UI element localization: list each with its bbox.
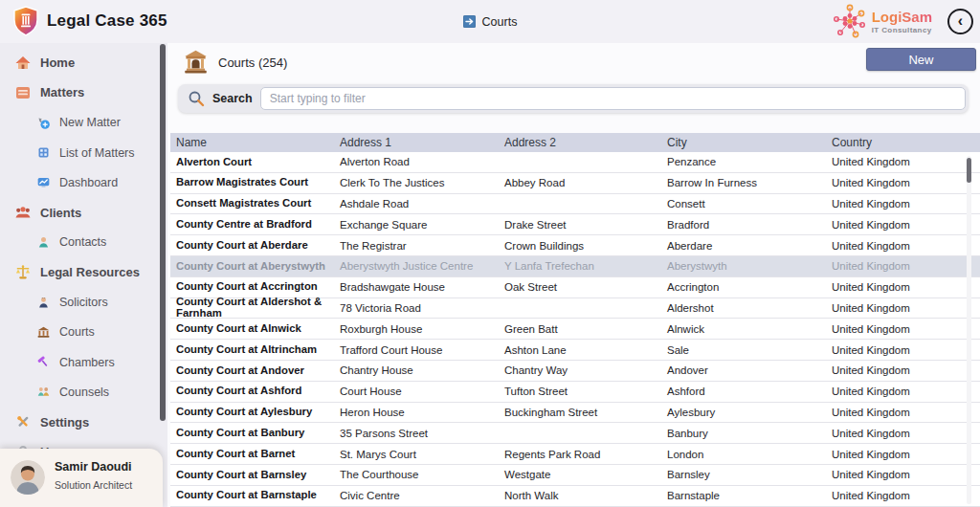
sidebar-item-label: Settings [40,415,89,430]
column-header[interactable]: Country [826,136,980,149]
cell: United Kingdom [826,177,980,188]
table-row[interactable]: County Centre at BradfordExchange Square… [170,214,980,235]
cell: Buckingham Street [499,407,661,418]
user-name: Samir Daoudi [55,460,132,474]
cell: Clerk To The Justices [334,177,499,188]
cell-name: County Court at Barnstaple [170,490,334,501]
table-row[interactable]: County Court at AltrinchamTrafford Court… [170,340,980,361]
sidebar: HomeMattersNew MatterList of MattersDash… [0,43,167,507]
cell-name: County Court at Alnwick [170,323,334,335]
sidebar-item-dashboard[interactable]: Dashboard [0,167,160,197]
sidebar-item-contacts[interactable]: Contacts [0,228,160,257]
table-scrollbar-thumb[interactable] [967,158,971,183]
cell: Civic Centre [334,490,499,501]
table-row[interactable]: County Court at AberdareThe RegistrarCro… [170,235,980,256]
table-row[interactable]: County Court at AshfordCourt HouseTufton… [170,382,980,403]
logisam-molecule-icon [832,3,868,39]
table-row[interactable]: County Court at AndoverChantry HouseChan… [170,361,980,382]
cell: Abbey Road [499,177,661,188]
sidebar-item-label: Dashboard [59,176,118,189]
cell: Barnstaple [661,490,826,501]
sidebar-item-home[interactable]: Home [0,48,160,77]
dashboard-icon [36,175,51,189]
cell: Ashton Lane [499,344,661,356]
cell-name: County Court at Altrincham [170,344,334,356]
table-row[interactable]: County Court at BarnsleyThe CourthouseWe… [170,465,980,486]
column-header[interactable]: Name [170,136,334,149]
cell: Court House [334,386,499,397]
cell: Aldershot [661,302,826,314]
table-row[interactable]: County Court at BarnetSt. Marys CourtReg… [170,444,980,465]
user-card[interactable]: Samir Daoudi Solution Architect [0,449,163,507]
main-content: Courts (254) New Search NameAddress 1Add… [167,43,980,507]
cell: United Kingdom [826,260,980,272]
new-button[interactable]: New [866,48,976,71]
brand-name: LogiSam [872,9,932,25]
cell: United Kingdom [826,490,980,501]
cell: Green Batt [499,323,661,335]
cell: Consett [661,198,826,209]
table-row[interactable]: County Court at Banbury35 Parsons Street… [170,423,980,444]
cell-name: County Court at Aldershot & Farnham [170,297,334,319]
sidebar-item-clients[interactable]: Clients [0,197,160,227]
sidebar-item-legal-resources[interactable]: Legal Resources [0,257,160,287]
sidebar-item-label: Clients [40,206,81,220]
table-row[interactable]: County Court at Aldershot & Farnham78 Vi… [170,298,980,320]
courts-icon [36,325,51,340]
page-title: Courts (254) [218,55,287,70]
counsels-icon [36,385,51,399]
table-row[interactable]: Consett Magistrates CourtAshdale RoadCon… [170,194,980,215]
cell: Barrow In Furness [661,177,826,188]
table-row[interactable]: Alverton CourtAlverton RoadPenzanceUnite… [170,152,980,173]
cell: United Kingdom [826,469,980,480]
cell: North Walk [499,490,661,501]
search-input[interactable] [260,87,966,110]
sidebar-item-new-matter[interactable]: New Matter [0,108,160,138]
matters-icon [14,84,32,101]
solicitors-icon [36,296,51,310]
cell: United Kingdom [826,240,980,252]
cell: The Courthouse [334,469,499,480]
table-row[interactable]: County Court at AccringtonBradshawgate H… [170,277,980,298]
settings-icon [14,413,32,430]
cell: Tufton Street [499,386,661,397]
sidebar-scrollbar[interactable] [160,44,166,421]
cell-name: County Court at Banbury [170,428,334,439]
cell: Penzance [661,156,826,167]
brand-logo: LogiSam IT Consultancy [832,3,932,39]
cell: Ashford [661,386,826,397]
table-scrollbar[interactable] [967,156,971,504]
sidebar-item-matters[interactable]: Matters [0,77,160,107]
table-row[interactable]: County Court at AlnwickRoxburgh HouseGre… [170,319,980,340]
contacts-icon [36,235,51,250]
column-header[interactable]: Address 2 [499,136,661,149]
cell-name: Barrow Magistrates Court [170,177,334,188]
cell: Regents Park Road [499,449,661,460]
sidebar-item-chambers[interactable]: Chambers [0,347,160,377]
sidebar-item-label: Courts [59,325,95,339]
cell: Roxburgh House [334,323,499,335]
collapse-back-button[interactable]: ‹ [947,9,973,34]
cell: Oak Street [499,281,661,293]
table-row[interactable]: Barrow Magistrates CourtClerk To The Jus… [170,173,980,194]
sidebar-item-courts[interactable]: Courts [0,318,160,347]
sidebar-item-counsels[interactable]: Counsels [0,377,160,407]
table-row[interactable]: County Court at AberystwythAberystwyth J… [170,256,980,277]
cell: 35 Parsons Street [334,428,499,439]
cell: United Kingdom [826,407,980,418]
column-header[interactable]: City [661,136,826,149]
breadcrumb-label: Courts [482,15,518,29]
sidebar-item-settings[interactable]: Settings [0,408,160,437]
table-row[interactable]: County Court at BarnstapleCivic CentreNo… [170,486,980,507]
table-row[interactable]: County Court at AylesburyHeron HouseBuck… [170,403,980,424]
sidebar-item-solicitors[interactable]: Solicitors [0,287,160,317]
column-header[interactable]: Address 1 [334,136,499,149]
sidebar-item-label: Contacts [59,235,106,249]
home-icon [14,55,32,72]
sidebar-item-label: Chambers [59,356,115,369]
cell-name: County Court at Ashford [170,386,334,397]
cell-name: County Court at Barnsley [170,470,334,481]
chambers-icon [36,355,51,369]
cell: Andover [661,364,826,376]
sidebar-item-list-of-matters[interactable]: List of Matters [0,138,160,167]
